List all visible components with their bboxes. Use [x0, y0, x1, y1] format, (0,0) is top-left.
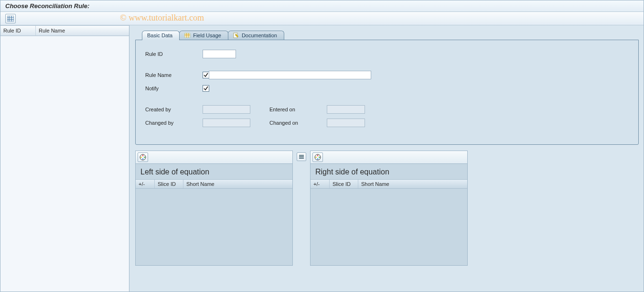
layout-grid-button[interactable]: [5, 14, 16, 23]
right-equation-body[interactable]: [311, 189, 467, 265]
svg-point-20: [317, 155, 318, 156]
right-equation-panel: Right side of equation +/- Slice ID Shor…: [310, 151, 468, 266]
left-equation-title: Left side of equation: [136, 164, 292, 179]
svg-rect-5: [184, 33, 190, 38]
svg-point-15: [140, 157, 141, 158]
tabpanel-basic-data: Rule ID Rule Name Notify: [135, 40, 639, 145]
edit-doc-icon: [233, 32, 239, 38]
svg-point-21: [319, 157, 320, 158]
svg-point-14: [142, 158, 143, 159]
label-rule-id: Rule ID: [145, 51, 203, 57]
watermark-text: © www.tutorialkart.com: [120, 13, 204, 23]
svg-point-23: [315, 157, 316, 158]
label-notify: Notify: [145, 86, 203, 91]
sidebar-body[interactable]: [0, 36, 129, 292]
label-entered-on: Entered on: [269, 107, 322, 112]
main-content: Basic Data Field Usage Documentation: [129, 25, 644, 292]
svg-rect-0: [7, 16, 14, 22]
label-changed-on: Changed on: [269, 120, 322, 126]
tab-documentation[interactable]: Documentation: [228, 31, 284, 40]
app-toolbar: © www.tutorialkart.com: [0, 12, 644, 25]
equation-move-controls: [297, 151, 306, 161]
checkmark-icon: [204, 86, 208, 91]
left-eq-palette-button[interactable]: [138, 152, 148, 162]
tab-basic-data[interactable]: Basic Data: [142, 31, 180, 40]
changed-on-field: [327, 119, 365, 127]
hamburger-icon: [299, 155, 304, 159]
page-title: Choose Reconciliation Rule:: [0, 0, 644, 12]
svg-point-12: [142, 155, 143, 156]
left-col-sign[interactable]: +/-: [136, 180, 155, 188]
created-by-field: [203, 105, 250, 114]
right-equation-header: +/- Slice ID Short Name: [311, 179, 467, 189]
label-rule-name: Rule Name: [145, 72, 203, 78]
tab-label: Basic Data: [147, 32, 172, 38]
table-grid-icon: [7, 16, 14, 22]
entered-on-field: [327, 105, 365, 114]
right-col-short-name[interactable]: Short Name: [358, 180, 467, 188]
right-equation-title: Right side of equation: [311, 164, 467, 179]
left-col-short-name[interactable]: Short Name: [183, 180, 292, 188]
checkmark-icon: [204, 73, 208, 77]
sidebar-col-rule-name[interactable]: Rule Name: [36, 26, 129, 35]
right-eq-palette-button[interactable]: [312, 152, 323, 162]
svg-point-22: [317, 158, 318, 159]
left-equation-panel: Left side of equation +/- Slice ID Short…: [135, 151, 293, 266]
sidebar-columns: Rule ID Rule Name: [0, 25, 129, 36]
tab-label: Field Usage: [193, 32, 221, 38]
tabstrip: Basic Data Field Usage Documentation: [142, 30, 639, 40]
changed-by-field: [203, 119, 250, 127]
right-col-slice-id[interactable]: Slice ID: [330, 180, 358, 188]
notify-checkbox[interactable]: [203, 85, 209, 92]
label-changed-by: Changed by: [145, 120, 198, 126]
rule-list-sidebar: Rule ID Rule Name: [0, 25, 129, 292]
label-created-by: Created by: [145, 107, 198, 112]
left-equation-header: +/- Slice ID Short Name: [136, 179, 292, 189]
left-equation-body[interactable]: [136, 189, 292, 265]
grid-icon: [184, 33, 190, 38]
palette-icon: [140, 154, 146, 161]
tab-field-usage[interactable]: Field Usage: [179, 31, 228, 40]
sidebar-col-rule-id[interactable]: Rule ID: [0, 26, 36, 35]
palette-icon: [314, 154, 321, 161]
tab-label: Documentation: [242, 32, 277, 38]
rule-name-checkbox[interactable]: [203, 72, 209, 78]
rule-name-field[interactable]: [209, 71, 371, 79]
rule-id-field[interactable]: [203, 50, 236, 58]
svg-point-13: [144, 157, 145, 158]
move-right-button[interactable]: [297, 152, 306, 161]
left-col-slice-id[interactable]: Slice ID: [155, 180, 183, 188]
right-col-sign[interactable]: +/-: [311, 180, 330, 188]
